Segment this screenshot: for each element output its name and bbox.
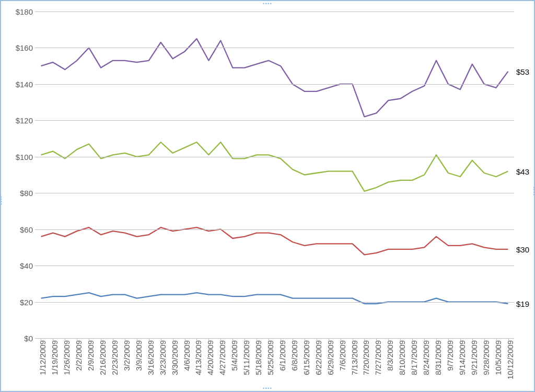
x-axis-tick-label: 5/4/2009 — [230, 338, 239, 371]
gridline — [35, 193, 514, 193]
gridline — [35, 120, 514, 121]
x-axis-tick-label: 2/9/2009 — [86, 338, 95, 371]
x-axis-tick-label: 8/24/2009 — [422, 338, 431, 375]
x-axis-tick-label: 4/6/2009 — [182, 338, 191, 371]
y-axis-tick-label: $100 — [10, 152, 33, 161]
x-axis-tick-label: 5/11/2009 — [242, 338, 251, 375]
x-axis-tick-label: 9/14/2009 — [458, 338, 467, 375]
drag-handle-top-icon: ▪▪▪▪ — [263, 1, 272, 6]
series-line — [41, 227, 508, 255]
x-axis-tick-label: 4/13/2009 — [194, 338, 203, 375]
drag-handle-bottom-icon: ▪▪▪▪ — [263, 386, 272, 391]
series-line — [41, 142, 508, 191]
x-axis-tick-label: 1/19/2009 — [50, 338, 59, 375]
drag-handle-left-icon: ▪▪▪▪ — [0, 196, 4, 205]
gridline — [35, 229, 514, 230]
x-axis-tick-label: 3/2/2009 — [122, 338, 131, 371]
series-end-label: $53 — [516, 67, 529, 76]
y-axis-tick-label: $80 — [10, 189, 33, 198]
y-axis-tick-label: $120 — [10, 116, 33, 125]
x-axis-tick-label: 10/12/2009 — [506, 338, 515, 379]
x-axis-tick-label: 8/3/2009 — [386, 338, 394, 371]
x-axis-tick-label: 3/16/2009 — [146, 338, 155, 375]
x-axis-tick-label: 7/6/2009 — [338, 338, 347, 371]
x-axis-tick-label: 4/27/2009 — [218, 338, 227, 375]
gridline — [35, 266, 514, 266]
x-axis-tick-label: 8/10/2009 — [398, 338, 406, 375]
x-axis-tick-label: 9/28/2009 — [482, 338, 491, 375]
gridline — [35, 48, 514, 48]
x-axis-tick-label: 6/29/2009 — [326, 338, 335, 375]
chart-window[interactable]: ▪▪▪▪ ▪▪▪▪ ▪▪▪▪ ▪▪▪▪ $0$20$40$60$80$100$1… — [0, 0, 535, 392]
x-axis-tick-label: 6/8/2009 — [290, 338, 299, 371]
series-line — [41, 39, 508, 117]
x-axis-tick-label: 6/15/2009 — [302, 338, 311, 375]
gridline — [35, 302, 514, 303]
x-axis-tick-label: 1/12/2009 — [38, 338, 47, 375]
plot-area: $0$20$40$60$80$100$120$140$160$1801/12/2… — [35, 11, 514, 339]
drag-handle-right-icon: ▪▪▪▪ — [531, 187, 535, 196]
x-axis-tick-label: 2/2/2009 — [74, 338, 83, 371]
y-axis-tick-label: $40 — [10, 261, 33, 270]
x-axis-tick-label: 1/26/2009 — [62, 338, 71, 375]
y-axis-tick-label: $0 — [10, 334, 33, 343]
y-axis-tick-label: $140 — [10, 79, 33, 88]
x-axis-tick-label: 9/21/2009 — [470, 338, 479, 375]
chart-lines — [35, 11, 514, 338]
x-axis-tick-label: 8/31/2009 — [434, 338, 443, 375]
gridline — [35, 157, 514, 157]
series-end-label: $43 — [516, 167, 529, 176]
x-axis-tick-label: 2/16/2009 — [98, 338, 107, 375]
series-end-label: $19 — [516, 299, 529, 308]
y-axis-tick-label: $60 — [10, 225, 33, 234]
gridline — [35, 11, 514, 12]
x-axis-tick-label: 7/27/2009 — [374, 338, 382, 375]
x-axis-tick-label: 7/13/2009 — [350, 338, 359, 375]
x-axis-tick-label: 5/25/2009 — [266, 338, 275, 375]
gridline — [35, 84, 514, 85]
y-axis-tick-label: $180 — [10, 7, 33, 16]
x-axis-tick-label: 4/20/2009 — [206, 338, 215, 375]
x-axis-tick-label: 5/18/2009 — [254, 338, 263, 375]
y-axis-tick-label: $20 — [10, 297, 33, 306]
chart-area: $0$20$40$60$80$100$120$140$160$1801/12/2… — [11, 11, 514, 339]
y-axis-tick-label: $160 — [10, 43, 33, 52]
x-axis-tick-label: 2/23/2009 — [110, 338, 119, 375]
x-axis-tick-label: 7/20/2009 — [362, 338, 370, 375]
x-axis-tick-label: 6/1/2009 — [278, 338, 287, 371]
series-end-label: $30 — [516, 245, 529, 253]
x-axis-tick-label: 9/7/2009 — [446, 338, 455, 371]
x-axis-tick-label: 3/30/2009 — [170, 338, 179, 375]
x-axis-tick-label: 3/9/2009 — [134, 338, 143, 371]
x-axis-tick-label: 8/17/2009 — [410, 338, 418, 375]
x-axis-tick-label: 6/22/2009 — [314, 338, 323, 375]
x-axis-tick-label: 10/5/2009 — [494, 338, 503, 375]
x-axis-tick-label: 3/23/2009 — [158, 338, 167, 375]
